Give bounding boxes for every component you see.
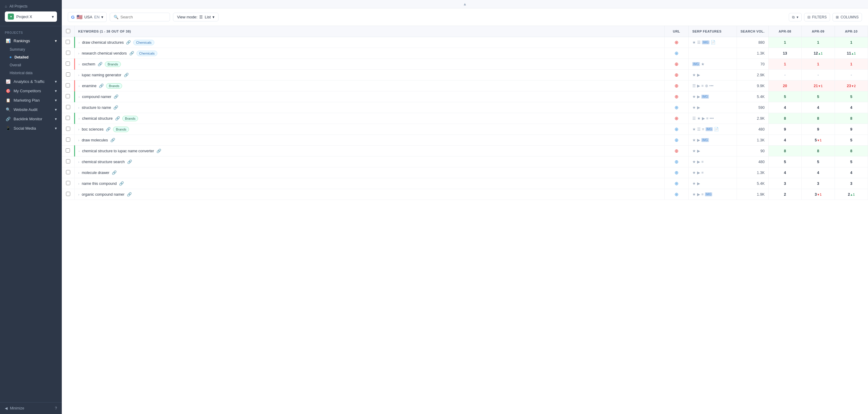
collapse-icon: ▲ xyxy=(463,2,467,6)
sidebar-item-competitors[interactable]: 🎯 My Competitors ▾ xyxy=(0,86,62,96)
url-link-icon[interactable]: ⊕ xyxy=(675,181,678,186)
url-link-icon[interactable]: ⊕ xyxy=(675,116,678,121)
sidebar-item-rankings[interactable]: 📊 Rankings ▾ xyxy=(0,36,62,46)
row-checkbox[interactable] xyxy=(66,72,70,77)
keyword-cell: › draw molecules 🔗 xyxy=(74,135,664,146)
row-expand-arrow[interactable]: › xyxy=(79,160,80,164)
row-checkbox[interactable] xyxy=(66,138,70,142)
columns-button[interactable]: ⊞ COLUMNS xyxy=(832,13,862,22)
row-expand-arrow[interactable]: › xyxy=(79,127,80,131)
search-box[interactable]: 🔍 xyxy=(110,13,170,22)
url-link-icon[interactable]: ⊕ xyxy=(675,83,678,88)
more-action-btn[interactable]: ⋮ xyxy=(654,148,661,153)
keyword-text: draw chemical structures xyxy=(82,40,124,45)
row-expand-arrow[interactable]: › xyxy=(79,182,80,185)
sidebar-item-summary[interactable]: Summary xyxy=(0,46,62,53)
row-checkbox[interactable] xyxy=(66,116,70,120)
filters-button[interactable]: ⊟ FILTERS xyxy=(804,13,830,22)
row-checkbox[interactable] xyxy=(66,94,70,98)
keyword-link-icon: 🔗 xyxy=(114,94,119,99)
date-cell-1: 9 xyxy=(802,124,835,135)
marketing-icon: 📋 xyxy=(6,98,10,102)
row-expand-arrow[interactable]: › xyxy=(79,41,80,44)
row-checkbox[interactable] xyxy=(66,127,70,131)
url-cell: ⊕ xyxy=(664,91,688,102)
rank-value: 21 xyxy=(814,84,818,88)
rank-value: 1 xyxy=(817,62,819,66)
sidebar-item-analytics[interactable]: 📈 Analytics & Traffic ▾ xyxy=(0,77,62,86)
row-checkbox[interactable] xyxy=(66,181,70,185)
row-expand-arrow[interactable]: › xyxy=(79,193,80,196)
url-link-icon[interactable]: ⊕ xyxy=(675,127,678,132)
row-expand-arrow[interactable]: › xyxy=(79,52,80,55)
collapse-bar[interactable]: ▲ xyxy=(62,0,868,8)
copy-button[interactable]: ⧉ ▾ xyxy=(789,13,802,22)
row-expand-arrow[interactable]: › xyxy=(79,117,80,120)
date-cell-2: 5 xyxy=(835,135,868,146)
minimize-button[interactable]: ◀ Minimize ? xyxy=(0,402,62,414)
row-expand-arrow[interactable]: › xyxy=(79,106,80,110)
row-checkbox[interactable] xyxy=(66,148,70,153)
serp-icon: ★ xyxy=(692,105,696,110)
sidebar-item-social[interactable]: 📱 Social Media ▾ xyxy=(0,124,62,133)
rank-value: 1 xyxy=(850,62,852,66)
url-link-icon[interactable]: ⊕ xyxy=(675,105,678,110)
url-link-icon[interactable]: ⊕ xyxy=(675,40,678,45)
view-mode-button[interactable]: View mode: ☰ List ▾ xyxy=(173,13,218,22)
ai-action-btn[interactable]: 🤖 xyxy=(644,148,652,153)
serp-icon: ⊕ xyxy=(705,84,708,88)
sidebar-item-audit[interactable]: 🔍 Website Audit ▾ xyxy=(0,105,62,114)
sidebar-item-backlink[interactable]: 🔗 Backlink Monitor ▾ xyxy=(0,114,62,124)
sidebar-item-detailed[interactable]: Detailed xyxy=(0,53,62,61)
competitors-chevron-icon: ▾ xyxy=(55,89,57,93)
url-link-icon[interactable]: ⊕ xyxy=(675,61,678,67)
select-all-checkbox[interactable] xyxy=(66,29,70,33)
row-checkbox-cell xyxy=(62,124,74,135)
url-link-icon[interactable]: ⊕ xyxy=(675,51,678,56)
row-expand-arrow[interactable]: › xyxy=(79,73,80,77)
url-link-icon[interactable]: ⊕ xyxy=(675,94,678,99)
row-checkbox[interactable] xyxy=(66,105,70,109)
row-checkbox-cell xyxy=(62,178,74,189)
rank-value: - xyxy=(850,73,852,77)
serp-image-icon: IMG xyxy=(701,138,709,142)
row-checkbox[interactable] xyxy=(66,83,70,87)
rank-value: 8 xyxy=(784,149,786,153)
row-expand-arrow[interactable]: › xyxy=(79,149,80,153)
all-projects-link[interactable]: ⌂ All Projects xyxy=(5,4,57,11)
volume-cell: 880 xyxy=(737,37,768,48)
rank-value: 9 xyxy=(784,127,786,131)
row-checkbox[interactable] xyxy=(66,61,70,66)
sidebar-item-historical[interactable]: Historical data xyxy=(0,69,62,77)
row-checkbox[interactable] xyxy=(66,40,70,44)
row-expand-arrow[interactable]: › xyxy=(79,139,80,142)
url-link-icon[interactable]: ⊕ xyxy=(675,159,678,164)
row-checkbox[interactable] xyxy=(66,170,70,174)
date-cell-2: 4 xyxy=(835,167,868,178)
url-link-icon[interactable]: ⊕ xyxy=(675,192,678,197)
project-selector[interactable]: ✦ Project X ▾ xyxy=(5,11,57,22)
row-checkbox[interactable] xyxy=(66,192,70,196)
row-expand-arrow[interactable]: › xyxy=(79,84,80,88)
table-row: › draw molecules 🔗 ⊕★▶IMG1.3K45 ▼15 xyxy=(62,135,868,146)
search-input[interactable] xyxy=(120,15,166,19)
search-engine-button[interactable]: G 🇺🇸 USA EN ▾ xyxy=(68,12,107,22)
projects-section-label: PROJECTS xyxy=(0,26,62,36)
marketing-chevron-icon: ▾ xyxy=(55,98,57,102)
sidebar-item-marketing[interactable]: 📋 Marketing Plan ▾ xyxy=(0,96,62,105)
row-checkbox[interactable] xyxy=(66,159,70,164)
url-link-icon[interactable]: ⊕ xyxy=(675,72,678,78)
row-expand-arrow[interactable]: › xyxy=(79,171,80,175)
row-expand-arrow[interactable]: › xyxy=(79,95,80,98)
url-link-icon[interactable]: ⊕ xyxy=(675,138,678,143)
row-expand-arrow[interactable]: › xyxy=(79,62,80,66)
rank-value: 1 xyxy=(817,40,819,45)
row-checkbox[interactable] xyxy=(66,51,70,55)
url-link-icon[interactable]: ⊕ xyxy=(675,170,678,175)
url-link-icon[interactable]: ⊕ xyxy=(675,148,678,153)
sidebar-item-overall[interactable]: Overall xyxy=(0,61,62,69)
checkbox-header[interactable] xyxy=(62,26,74,37)
volume-cell: 1.9K xyxy=(737,189,768,200)
backlink-label: Backlink Monitor xyxy=(13,117,42,121)
date-cell-2: - xyxy=(835,70,868,81)
